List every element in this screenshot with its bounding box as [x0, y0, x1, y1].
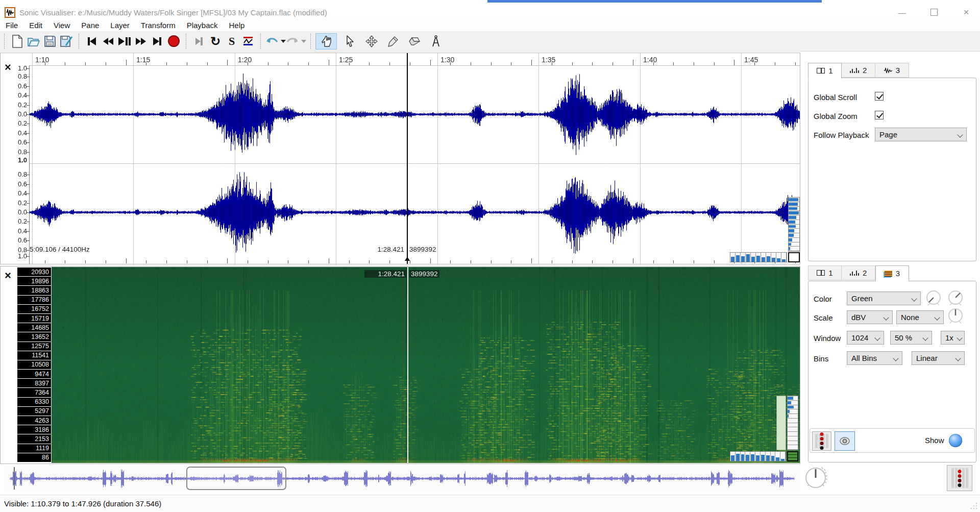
tab-pane-properties[interactable]: 1 [808, 265, 842, 280]
cursor-time-chip: 1:28.421 [364, 270, 406, 278]
menu-pane[interactable]: Pane [76, 19, 105, 31]
play-pause-button[interactable] [116, 33, 133, 50]
window-overlap-select[interactable]: 50 % [890, 331, 932, 345]
chevron-down-icon [957, 132, 963, 137]
rewind-button[interactable] [100, 33, 116, 50]
skip-to-end-button[interactable] [149, 33, 165, 50]
menu-view[interactable]: View [48, 19, 76, 31]
global-zoom-checkbox[interactable] [875, 111, 884, 119]
scale-select[interactable]: dBV [847, 310, 893, 324]
menu-edit[interactable]: Edit [23, 19, 48, 31]
window-title: Sonic Visualiser: e:/Music/Muddy Waters/… [19, 8, 327, 17]
spectrogram-pane[interactable]: × 20930198961886317786167521571914685136… [0, 266, 800, 464]
eye-icon [839, 435, 850, 447]
vertical-zoom-widget[interactable] [787, 396, 798, 450]
amplitude-label: 0.0 [1, 110, 27, 118]
open-button[interactable] [26, 33, 42, 50]
vertical-zoom-widget[interactable] [788, 197, 800, 252]
undo-button[interactable] [265, 33, 286, 50]
playback-level-button[interactable] [947, 465, 972, 491]
frequency-label: 5297 [17, 407, 51, 416]
tab-label: 2 [863, 66, 867, 75]
chevron-down-icon [922, 335, 928, 340]
layer-visibility-button[interactable] [835, 431, 855, 451]
frequency-label: 12575 [17, 342, 51, 351]
frequency-label: 86 [17, 453, 51, 462]
global-scroll-checkbox[interactable] [875, 92, 884, 101]
vertical-zoom-reset-button[interactable] [788, 252, 800, 262]
horizontal-zoom-widget[interactable] [730, 252, 787, 262]
minimize-button[interactable]: — [894, 6, 910, 19]
frequency-label: 10508 [17, 360, 51, 370]
maximize-button[interactable] [926, 6, 942, 19]
amplitude-label: 0.8 [1, 148, 27, 156]
rotation-knob[interactable] [945, 306, 966, 326]
gain-knob[interactable] [923, 288, 944, 309]
color-select[interactable]: Green [847, 291, 921, 305]
record-button[interactable] [165, 33, 182, 50]
menu-layer[interactable]: Layer [105, 19, 135, 31]
menu-file[interactable]: File [0, 19, 23, 31]
menu-help[interactable]: Help [224, 19, 251, 31]
window-size-select[interactable]: 1024 [847, 331, 884, 345]
spectrogram-canvas[interactable] [52, 267, 800, 463]
frequency-label: 17786 [17, 296, 51, 305]
time-ruler-label: 1:40 [643, 56, 657, 64]
tab-waveform-layer[interactable]: 2 [842, 265, 875, 280]
oversample-select[interactable]: 1x [941, 331, 965, 345]
measure-tool-button[interactable] [428, 33, 444, 50]
pane-properties-box: Global Scroll Global Zoom Follow Playbac… [808, 78, 976, 261]
layer-fader-button[interactable] [812, 431, 831, 451]
tab-spectrogram-layer[interactable]: 3 [875, 265, 909, 281]
bins-scale-select[interactable]: Linear [912, 351, 965, 365]
follow-playback-select[interactable]: Page [875, 128, 967, 141]
new-session-button[interactable] [9, 33, 26, 50]
waveform-canvas[interactable] [1, 53, 800, 264]
tab-spectrogram-layer[interactable]: 3 [875, 63, 909, 78]
horizontal-zoom-widget[interactable] [730, 451, 786, 461]
close-pane-icon[interactable]: × [5, 272, 11, 280]
menu-playback[interactable]: Playback [181, 19, 224, 31]
bins-select[interactable]: All Bins [847, 351, 902, 365]
rewind-to-start-button[interactable] [84, 33, 100, 50]
amplitude-label: 0.4 [1, 129, 27, 137]
normalize-select[interactable]: None [896, 310, 944, 324]
follow-playback-label: Follow Playback [814, 131, 869, 139]
close-button[interactable]: × [959, 6, 974, 19]
frequency-scale: 2093019896188631778616752157191468513652… [17, 267, 51, 462]
save-session-button[interactable] [42, 33, 58, 50]
resize-grip[interactable] [970, 502, 978, 510]
playback-speed-knob[interactable] [801, 464, 830, 494]
color-scale-strip [776, 396, 786, 450]
overview-panner[interactable] [4, 466, 800, 491]
edit-tool-button[interactable] [363, 33, 380, 50]
save-session-as-button[interactable] [58, 33, 75, 50]
vertical-zoom-reset-button[interactable] [787, 451, 798, 461]
navigate-tool-button[interactable] [315, 33, 337, 50]
draw-tool-button[interactable] [385, 33, 401, 50]
frequency-label: 4263 [17, 416, 51, 425]
window-overlap-value: 50 % [895, 333, 912, 342]
undo-menu-caret[interactable] [281, 40, 286, 43]
redo-menu-caret[interactable] [301, 40, 306, 43]
menu-transform[interactable]: Transform [135, 19, 181, 31]
tab-waveform-layer[interactable]: 2 [842, 63, 875, 78]
frequency-label: 20930 [17, 267, 51, 277]
title-bar[interactable]: Sonic Visualiser: e:/Music/Muddy Waters/… [0, 3, 980, 19]
loop-button[interactable]: ↻ [207, 33, 224, 50]
align-button[interactable] [240, 33, 256, 50]
time-ruler-label: 1:25 [339, 56, 353, 64]
tab-pane-properties[interactable]: 1 [808, 63, 842, 79]
select-tool-button[interactable] [342, 33, 358, 50]
solo-button[interactable]: S [224, 33, 240, 50]
fast-forward-button[interactable] [133, 33, 149, 50]
waveform-pane[interactable]: × 1:101:151:201:251:301:351:401:45 1.00.… [0, 53, 800, 264]
show-label: Show [925, 436, 944, 445]
view-region-box[interactable] [186, 467, 286, 490]
frequency-label: 18863 [17, 286, 51, 295]
play-selection-button[interactable] [191, 33, 207, 50]
overview-waveform-canvas[interactable] [4, 466, 800, 491]
redo-button[interactable] [286, 33, 306, 50]
erase-tool-button[interactable] [406, 33, 423, 50]
show-toggle-led[interactable] [949, 434, 962, 447]
